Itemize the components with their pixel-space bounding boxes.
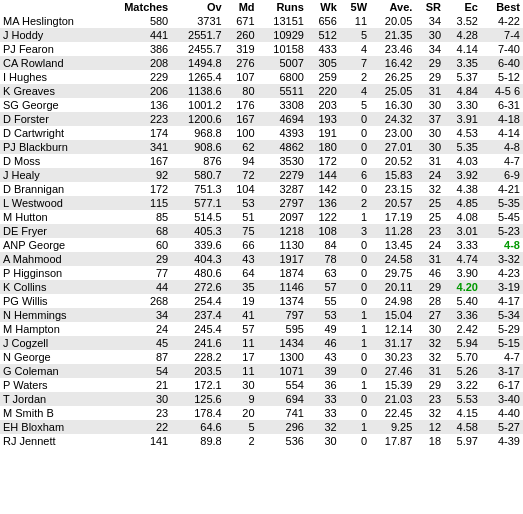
player-name: P Higginson [0,266,104,280]
stat-cell: 85 [104,210,171,224]
stat-cell: 4393 [258,126,307,140]
stat-cell: 1200.6 [171,112,224,126]
stat-cell: 5007 [258,56,307,70]
stat-cell: 122 [307,210,340,224]
stat-cell: 4862 [258,140,307,154]
player-name: M Hutton [0,210,104,224]
stat-cell: 5-34 [481,308,523,322]
table-row: J Healy92580.7722279144615.83243.926-9 [0,168,523,182]
stat-cell: 31 [415,154,444,168]
stat-cell: 577.1 [171,196,224,210]
stat-cell: 671 [225,14,258,28]
stat-cell: 595 [258,322,307,336]
stat-cell: 33 [307,406,340,420]
col-header-wk: Wk [307,0,340,14]
stat-cell: 4 [340,42,370,56]
stat-cell: 21 [104,378,171,392]
table-row: SG George1361001.21763308203516.30303.30… [0,98,523,112]
stat-cell: 203.5 [171,364,224,378]
stat-cell: 536 [258,434,307,448]
stat-cell: 17 [225,350,258,364]
stat-cell: 63 [307,266,340,280]
stat-cell: 41 [225,308,258,322]
stat-cell: 1130 [258,238,307,252]
player-name: M Hampton [0,322,104,336]
stat-cell: 53 [225,196,258,210]
stat-cell: 5.37 [444,70,481,84]
stat-cell: 1146 [258,280,307,294]
stat-cell: 268 [104,294,171,308]
col-header-sr: SR [415,0,444,14]
stat-cell: 5-27 [481,420,523,434]
stat-cell: 228.2 [171,350,224,364]
stat-cell: 245.4 [171,322,224,336]
player-name: SG George [0,98,104,112]
stat-cell: 1917 [258,252,307,266]
stat-cell: 5.40 [444,294,481,308]
stat-cell: 3-40 [481,392,523,406]
stat-cell: 32 [415,182,444,196]
table-row: M Hutton85514.5512097122117.19254.085-45 [0,210,523,224]
stat-cell: 480.6 [171,266,224,280]
stat-cell: 115 [104,196,171,210]
table-row: D Moss167876943530172020.52314.034-7 [0,154,523,168]
stat-cell: 32 [415,406,444,420]
col-header-ave: Ave. [370,0,415,14]
stat-cell: 144 [307,168,340,182]
player-name: PJ Fearon [0,42,104,56]
stat-cell: 514.5 [171,210,224,224]
stat-cell: 305 [307,56,340,70]
stat-cell: 30 [415,140,444,154]
stat-cell: 4 [340,84,370,98]
table-row: RJ Jennett14189.8253630017.87185.974-39 [0,434,523,448]
stat-cell: 386 [104,42,171,56]
stat-cell: 5-45 [481,210,523,224]
stat-cell: 49 [307,322,340,336]
stat-cell: 272.6 [171,280,224,294]
stat-cell: 4-40 [481,406,523,420]
stat-cell: 4-5 6 [481,84,523,98]
stat-cell: 5-29 [481,322,523,336]
table-row: CA Rowland2081494.82765007305716.42293.3… [0,56,523,70]
stat-cell: 5-15 [481,336,523,350]
stat-cell: 6-40 [481,56,523,70]
stat-cell: 3.91 [444,112,481,126]
table-row: MA Heslington5803731671131516561120.0534… [0,14,523,28]
stat-cell: 6800 [258,70,307,84]
stat-cell: 4.14 [444,42,481,56]
player-name: N George [0,350,104,364]
player-name: RJ Jennett [0,434,104,448]
stat-cell: 43 [307,350,340,364]
stat-cell: 1 [340,336,370,350]
stat-cell: 751.3 [171,182,224,196]
stat-cell: 968.8 [171,126,224,140]
stat-cell: 36 [307,378,340,392]
stat-cell: 87 [104,350,171,364]
stat-cell: 21.35 [370,28,415,42]
stat-cell: 4-7 [481,350,523,364]
stat-cell: 1 [340,308,370,322]
table-row: N George87228.217130043030.23325.704-7 [0,350,523,364]
stat-cell: 25.05 [370,84,415,98]
stat-cell: 18 [415,434,444,448]
table-row: PJ Fearon3862455.731910158433423.46344.1… [0,42,523,56]
stat-cell: 27.46 [370,364,415,378]
table-row: M Hampton24245.45759549112.14302.425-29 [0,322,523,336]
stat-cell: 4.20 [444,280,481,294]
stat-cell: 405.3 [171,224,224,238]
stat-cell: 15.83 [370,168,415,182]
stat-cell: 3.36 [444,308,481,322]
col-header-5w: 5W [340,0,370,14]
stat-cell: 4.85 [444,196,481,210]
stat-cell: 1071 [258,364,307,378]
stat-cell: 44 [104,280,171,294]
stat-cell: 5-12 [481,70,523,84]
stat-cell: 5-23 [481,224,523,238]
stat-cell: 24 [415,238,444,252]
stat-cell: 254.4 [171,294,224,308]
stat-cell: 208 [104,56,171,70]
stat-cell: 172 [104,182,171,196]
stat-cell: 404.3 [171,252,224,266]
stat-cell: 0 [340,294,370,308]
stat-cell: 580 [104,14,171,28]
